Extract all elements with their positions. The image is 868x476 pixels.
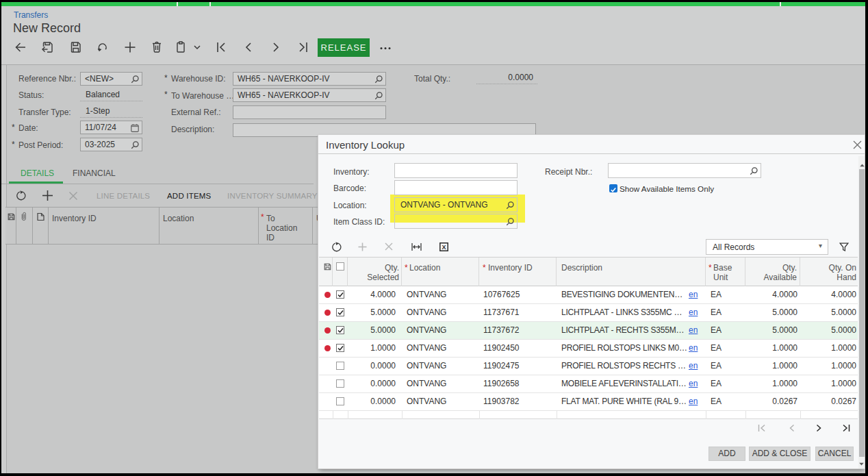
svg-text:X: X bbox=[442, 244, 446, 251]
